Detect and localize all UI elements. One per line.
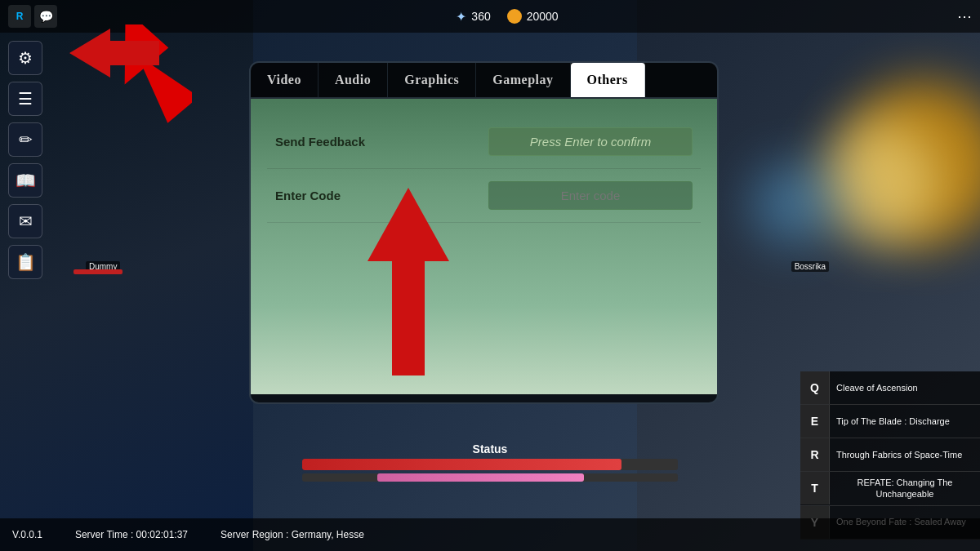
- modal-tabs: Video Audio Graphics Gameplay Others: [251, 63, 717, 99]
- tab-audio[interactable]: Audio: [318, 63, 388, 97]
- star-amount: 360: [471, 10, 490, 23]
- server-time-label: Server Time : 00:02:01:37: [75, 529, 188, 540]
- status-bar: Status: [302, 442, 678, 482]
- mail-button[interactable]: ✉: [8, 204, 42, 238]
- keybind-r-label: Through Fabrics of Space-Time: [830, 444, 969, 465]
- keybind-row-q: Q Cleave of Ascension: [800, 371, 980, 405]
- keybind-e-label: Tip of The Blade : Discharge: [830, 411, 956, 432]
- keybind-panel: Q Cleave of Ascension E Tip of The Blade…: [800, 371, 980, 540]
- code-input-field[interactable]: [488, 181, 693, 210]
- book-button[interactable]: 📖: [8, 163, 42, 198]
- keybind-q-label: Cleave of Ascension: [830, 377, 924, 398]
- coin-amount: 20000: [527, 10, 559, 23]
- tab-video[interactable]: Video: [251, 63, 318, 97]
- keybind-row-e: E Tip of The Blade : Discharge: [800, 405, 980, 438]
- key-e: E: [800, 405, 830, 438]
- version-label: V.0.0.1: [12, 529, 42, 540]
- send-feedback-row: Send Feedback Press Enter to confirm: [267, 115, 701, 169]
- pen-button[interactable]: ✏: [8, 122, 42, 157]
- red-arrow-settings: [45, 24, 192, 155]
- press-enter-button[interactable]: Press Enter to confirm: [488, 127, 693, 156]
- tab-others[interactable]: Others: [571, 63, 645, 97]
- clipboard-button[interactable]: 📋: [8, 245, 42, 279]
- more-menu-button[interactable]: ⋯: [957, 7, 972, 25]
- key-r: R: [800, 438, 830, 471]
- menu-button[interactable]: ☰: [8, 82, 42, 116]
- hp-bar: [302, 459, 621, 470]
- settings-button[interactable]: ⚙: [8, 41, 42, 75]
- coin-currency: 20000: [507, 9, 559, 24]
- topbar-center: ✦ 360 20000: [456, 9, 558, 24]
- svg-marker-2: [368, 188, 449, 375]
- tab-gameplay[interactable]: Gameplay: [476, 63, 570, 97]
- status-title: Status: [302, 442, 678, 455]
- send-feedback-label: Send Feedback: [275, 135, 365, 149]
- keybind-t-label: REFATE: Changing The Unchangeable: [830, 472, 980, 505]
- key-q: Q: [800, 371, 830, 404]
- star-currency: ✦ 360: [456, 9, 490, 24]
- dummy-hp-bar: [74, 269, 122, 274]
- roblox-logo-icon[interactable]: R: [8, 5, 31, 28]
- red-arrow-code: [327, 180, 490, 384]
- star-icon: ✦: [456, 9, 466, 24]
- glow-blue: [751, 163, 833, 245]
- keybind-row-r: R Through Fabrics of Space-Time: [800, 438, 980, 472]
- key-t: T: [800, 472, 830, 504]
- hp-bar-container: [302, 459, 678, 470]
- server-region-label: Server Region : Germany, Hesse: [220, 529, 364, 540]
- coin-icon: [507, 9, 522, 24]
- bottom-bar: V.0.0.1 Server Time : 00:02:01:37 Server…: [0, 518, 980, 551]
- secondary-bar-container: [302, 473, 678, 482]
- secondary-bar: [377, 473, 584, 482]
- boss-label: Bossrika: [791, 261, 829, 272]
- left-sidebar: ⚙ ☰ ✏ 📖 ✉ 📋: [8, 41, 42, 279]
- tab-graphics[interactable]: Graphics: [388, 63, 476, 97]
- keybind-row-t: T REFATE: Changing The Unchangeable: [800, 472, 980, 506]
- glow-white: [817, 122, 939, 245]
